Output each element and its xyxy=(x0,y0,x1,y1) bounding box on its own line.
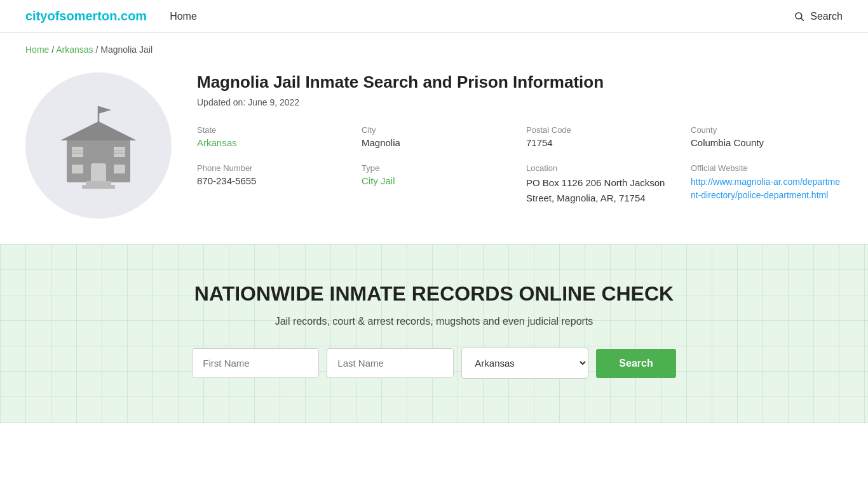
search-section: NATIONWIDE INMATE RECORDS ONLINE CHECK J… xyxy=(0,244,868,423)
county-cell: County Columbia County xyxy=(691,125,843,148)
search-icon xyxy=(794,11,805,22)
type-value[interactable]: City Jail xyxy=(362,175,513,186)
header-left: cityofsomerton.com Home xyxy=(25,9,197,24)
city-label: City xyxy=(362,125,513,135)
phone-label: Phone Number xyxy=(197,163,349,173)
svg-rect-6 xyxy=(91,163,106,182)
county-value: Columbia County xyxy=(691,137,843,148)
location-value: PO Box 1126 206 North Jackson Street, Ma… xyxy=(526,175,678,206)
state-label: State xyxy=(197,125,349,135)
svg-rect-7 xyxy=(72,147,83,157)
header: cityofsomerton.com Home Search xyxy=(0,0,868,33)
svg-marker-5 xyxy=(60,121,137,140)
state-cell: State Arkansas xyxy=(197,125,349,148)
postal-value: 71754 xyxy=(526,137,678,148)
city-value: Magnolia xyxy=(362,137,513,148)
location-label: Location xyxy=(526,163,678,173)
svg-rect-12 xyxy=(82,185,115,189)
jail-updated: Updated on: June 9, 2022 xyxy=(197,97,843,107)
svg-point-0 xyxy=(796,13,802,19)
svg-rect-9 xyxy=(114,147,125,157)
breadcrumb-current: Magnolia Jail xyxy=(100,44,153,55)
city-cell: City Magnolia xyxy=(362,125,513,148)
state-select[interactable]: AlabamaAlaskaArizonaArkansasCaliforniaCo… xyxy=(461,348,588,379)
type-cell: Type City Jail xyxy=(362,163,513,206)
type-label: Type xyxy=(362,163,513,173)
state-value[interactable]: Arkansas xyxy=(197,137,349,148)
jail-building-icon xyxy=(48,101,149,190)
search-form: AlabamaAlaskaArizonaArkansasCaliforniaCo… xyxy=(25,348,843,379)
svg-marker-3 xyxy=(98,106,111,114)
svg-rect-10 xyxy=(114,165,125,173)
last-name-input[interactable] xyxy=(327,348,454,378)
svg-rect-8 xyxy=(72,165,83,173)
first-name-input[interactable] xyxy=(192,348,319,378)
search-heading: NATIONWIDE INMATE RECORDS ONLINE CHECK xyxy=(25,282,843,306)
search-button[interactable]: Search xyxy=(596,349,675,378)
breadcrumb: Home / Arkansas / Magnolia Jail xyxy=(0,33,868,66)
svg-line-1 xyxy=(801,18,804,20)
search-subtext: Jail records, court & arrest records, mu… xyxy=(25,316,843,327)
info-section: Magnolia Jail Inmate Search and Prison I… xyxy=(197,72,843,206)
website-label: Official Website xyxy=(691,163,843,173)
site-logo[interactable]: cityofsomerton.com xyxy=(25,9,147,24)
website-value[interactable]: http://www.magnolia-ar.com/department-di… xyxy=(691,175,843,202)
phone-cell: Phone Number 870-234-5655 xyxy=(197,163,349,206)
nav-home-link[interactable]: Home xyxy=(170,11,197,22)
website-cell: Official Website http://www.magnolia-ar.… xyxy=(691,163,843,206)
breadcrumb-state[interactable]: Arkansas xyxy=(56,44,93,55)
postal-cell: Postal Code 71754 xyxy=(526,125,678,148)
header-search-label: Search xyxy=(810,11,843,22)
main-content: Magnolia Jail Inmate Search and Prison I… xyxy=(0,66,868,244)
jail-title: Magnolia Jail Inmate Search and Prison I… xyxy=(197,72,843,92)
location-cell: Location PO Box 1126 206 North Jackson S… xyxy=(526,163,678,206)
info-grid: State Arkansas City Magnolia Postal Code… xyxy=(197,125,843,206)
county-label: County xyxy=(691,125,843,135)
breadcrumb-home[interactable]: Home xyxy=(25,44,49,55)
jail-icon-container xyxy=(25,72,172,219)
phone-value: 870-234-5655 xyxy=(197,175,349,186)
header-search-button[interactable]: Search xyxy=(794,11,843,22)
svg-rect-11 xyxy=(86,181,111,185)
postal-label: Postal Code xyxy=(526,125,678,135)
